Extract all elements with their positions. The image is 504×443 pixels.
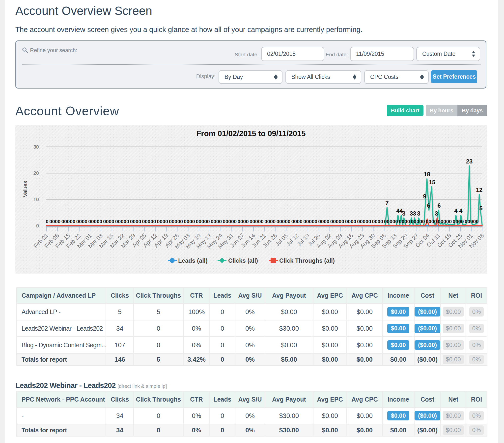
svg-text:0: 0 (148, 219, 150, 224)
svg-text:0: 0 (390, 219, 392, 224)
svg-text:0: 0 (458, 219, 461, 224)
svg-text:4: 4 (459, 207, 463, 214)
svg-text:0: 0 (309, 219, 312, 224)
svg-text:0: 0 (145, 219, 148, 224)
svg-text:0: 0 (453, 219, 455, 224)
svg-text:0: 0 (204, 219, 207, 224)
svg-text:0: 0 (225, 219, 228, 224)
svg-text:20: 20 (33, 170, 39, 176)
svg-text:0: 0 (267, 219, 270, 224)
svg-text:0: 0 (357, 219, 360, 224)
svg-text:0: 0 (426, 219, 428, 224)
svg-text:0: 0 (387, 219, 390, 224)
svg-text:Values: Values (22, 181, 28, 197)
svg-text:0: 0 (192, 219, 195, 224)
svg-text:0: 0 (106, 219, 109, 224)
svg-text:0: 0 (97, 219, 99, 224)
svg-text:0: 0 (199, 219, 201, 224)
svg-text:0: 0 (163, 219, 165, 224)
svg-text:0: 0 (380, 219, 383, 224)
svg-text:0: 0 (252, 219, 255, 224)
svg-text:0: 0 (246, 219, 249, 224)
svg-text:0: 0 (157, 219, 160, 224)
svg-text:0: 0 (314, 219, 317, 224)
svg-text:0: 0 (139, 219, 141, 224)
svg-text:6: 6 (437, 202, 441, 209)
svg-text:0: 0 (124, 219, 126, 224)
svg-text:0: 0 (177, 219, 180, 224)
svg-text:0: 0 (333, 219, 336, 224)
svg-text:0: 0 (428, 219, 431, 224)
svg-text:0: 0 (187, 219, 189, 224)
svg-text:0: 0 (324, 219, 327, 224)
svg-text:0: 0 (150, 219, 153, 224)
svg-text:0: 0 (348, 219, 351, 224)
svg-text:0: 0 (345, 219, 348, 224)
svg-text:0: 0 (255, 219, 258, 224)
svg-text:0: 0 (384, 219, 387, 224)
svg-text:0: 0 (91, 219, 94, 224)
svg-text:0: 0 (196, 219, 198, 224)
svg-text:0: 0 (285, 219, 288, 224)
svg-text:0: 0 (468, 219, 470, 224)
svg-text:0: 0 (419, 219, 422, 224)
svg-text:0: 0 (219, 219, 222, 224)
svg-text:0: 0 (109, 219, 112, 224)
svg-text:0: 0 (399, 219, 402, 224)
svg-text:0: 0 (94, 219, 97, 224)
svg-text:0: 0 (422, 219, 425, 224)
svg-text:0: 0 (470, 219, 473, 224)
svg-text:0: 0 (336, 219, 338, 224)
svg-text:0: 0 (339, 219, 341, 224)
svg-text:0: 0 (153, 219, 156, 224)
svg-text:0: 0 (250, 219, 252, 224)
svg-text:7: 7 (385, 200, 389, 206)
svg-text:0: 0 (294, 219, 297, 224)
svg-text:0: 0 (414, 219, 417, 224)
svg-text:3: 3 (435, 210, 438, 217)
svg-text:0: 0 (70, 219, 73, 224)
svg-text:0: 0 (455, 219, 458, 224)
svg-text:0: 0 (303, 219, 306, 224)
svg-text:0: 0 (67, 219, 70, 224)
svg-text:0: 0 (46, 219, 48, 224)
svg-text:0: 0 (142, 219, 145, 224)
svg-text:15: 15 (429, 179, 436, 186)
svg-text:4: 4 (396, 207, 400, 214)
svg-text:0: 0 (115, 219, 118, 224)
svg-text:0: 0 (277, 219, 279, 224)
svg-text:0: 0 (118, 219, 121, 224)
svg-text:0: 0 (279, 219, 282, 224)
svg-text:0: 0 (52, 219, 55, 224)
svg-text:0: 0 (461, 219, 464, 224)
svg-text:0: 0 (160, 219, 162, 224)
svg-text:0: 0 (312, 219, 314, 224)
svg-text:0: 0 (402, 219, 404, 224)
svg-text:0: 0 (99, 219, 102, 224)
svg-text:0: 0 (465, 219, 467, 224)
svg-text:0: 0 (297, 219, 300, 224)
svg-text:0: 0 (133, 219, 136, 224)
svg-text:0: 0 (76, 219, 79, 224)
svg-text:0: 0 (201, 219, 204, 224)
svg-text:0: 0 (55, 219, 58, 224)
svg-text:0: 0 (207, 219, 210, 224)
svg-text:0: 0 (282, 219, 285, 224)
svg-text:0: 0 (165, 219, 168, 224)
svg-text:Leads (all): Leads (all) (178, 257, 208, 264)
svg-text:0: 0 (234, 219, 237, 224)
svg-text:0: 0 (360, 219, 363, 224)
svg-text:0: 0 (172, 219, 174, 224)
svg-text:9: 9 (423, 193, 426, 200)
svg-text:0: 0 (174, 219, 177, 224)
svg-text:0: 0 (121, 219, 123, 224)
svg-text:0: 0 (449, 219, 452, 224)
svg-text:0: 0 (258, 219, 261, 224)
svg-text:0: 0 (441, 219, 443, 224)
svg-text:0: 0 (473, 219, 476, 224)
svg-text:0: 0 (321, 219, 324, 224)
svg-text:0: 0 (354, 219, 356, 224)
svg-text:0: 0 (411, 219, 414, 224)
svg-text:0: 0 (184, 219, 187, 224)
svg-text:0: 0 (417, 219, 419, 224)
